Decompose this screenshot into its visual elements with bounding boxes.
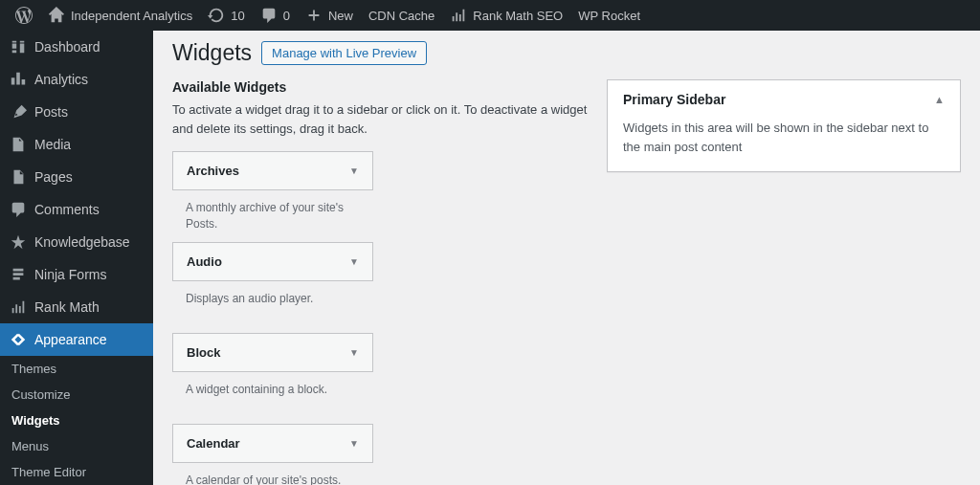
admin-sidebar: Dashboard Analytics Posts Media Pages Co… — [0, 31, 153, 485]
appearance-icon — [10, 331, 27, 348]
chart-icon — [450, 7, 467, 24]
widget-box[interactable]: Archives▼ — [172, 151, 373, 190]
widget-box[interactable]: Audio▼ — [172, 242, 373, 281]
adminbar-wprocket[interactable]: WP Rocket — [570, 0, 648, 31]
sidebar-item-pages[interactable]: Pages — [0, 161, 153, 193]
subitem-widgets[interactable]: Widgets — [0, 408, 153, 433]
sidebar-item-media[interactable]: Media — [0, 128, 153, 161]
widget-box[interactable]: Calendar▼ — [172, 424, 373, 463]
pin-icon — [10, 233, 27, 251]
posts-icon — [10, 103, 27, 121]
forms-icon — [10, 266, 27, 283]
widget-area-desc: Widgets in this area will be shown in th… — [608, 119, 960, 171]
available-desc: To activate a widget drag it to a sideba… — [172, 100, 588, 138]
widget-description: A widget containing a block. — [172, 372, 373, 414]
subitem-customize[interactable]: Customize — [0, 382, 153, 408]
widget-item: Block▼A widget containing a block. — [172, 333, 373, 414]
widget-box[interactable]: Block▼ — [172, 333, 373, 372]
widget-item: Archives▼A monthly archive of your site'… — [172, 151, 373, 232]
sidebar-item-appearance[interactable]: Appearance — [0, 323, 153, 356]
comments-link[interactable]: 0 — [253, 0, 298, 31]
widget-description: A calendar of your site's posts. — [172, 463, 373, 485]
triangle-down-icon: ▼ — [349, 347, 359, 358]
comment-icon — [260, 7, 278, 24]
updates-count: 10 — [231, 9, 244, 23]
sidebar-item-ninjaforms[interactable]: Ninja Forms — [0, 258, 153, 291]
widget-item: Calendar▼A calendar of your site's posts… — [172, 424, 373, 485]
comments-count: 0 — [283, 9, 290, 23]
site-name: Independent Analytics — [71, 9, 192, 23]
adminbar-rankmath[interactable]: Rank Math SEO — [442, 0, 570, 31]
sidebar-item-comments[interactable]: Comments — [0, 193, 153, 226]
widget-description: Displays an audio player. — [172, 281, 373, 323]
media-icon — [10, 136, 27, 153]
subitem-menus[interactable]: Menus — [0, 433, 153, 459]
plus-icon — [305, 7, 323, 24]
main-content: Widgets Manage with Live Preview Availab… — [153, 31, 980, 485]
page-title: Widgets — [172, 40, 252, 66]
widget-name: Archives — [187, 164, 239, 178]
site-link[interactable]: Independent Analytics — [40, 0, 200, 31]
dashboard-icon — [10, 38, 27, 55]
triangle-down-icon: ▼ — [349, 165, 359, 176]
manage-live-preview-button[interactable]: Manage with Live Preview — [261, 41, 427, 65]
sidebar-item-analytics[interactable]: Analytics — [0, 63, 153, 96]
page-header: Widgets Manage with Live Preview — [172, 40, 961, 66]
new-label: New — [328, 9, 353, 23]
analytics-icon — [10, 71, 27, 88]
widget-name: Calendar — [187, 436, 240, 451]
refresh-icon — [208, 7, 225, 24]
updates-link[interactable]: 10 — [200, 0, 252, 31]
widget-name: Audio — [187, 254, 222, 269]
triangle-down-icon: ▼ — [349, 438, 359, 449]
sidebar-item-rankmath[interactable]: Rank Math — [0, 291, 153, 323]
sidebar-item-posts[interactable]: Posts — [0, 96, 153, 128]
widget-description: A monthly archive of your site's Posts. — [172, 190, 373, 232]
adminbar-cdn[interactable]: CDN Cache — [361, 0, 442, 31]
wp-logo[interactable] — [8, 0, 40, 31]
available-title: Available Widgets — [172, 79, 588, 95]
pages-icon — [10, 168, 27, 186]
subitem-theme-editor[interactable]: Theme Editor — [0, 459, 153, 485]
new-link[interactable]: New — [298, 0, 361, 31]
comments-icon — [10, 201, 27, 218]
available-widgets-column: Available Widgets To activate a widget d… — [172, 79, 588, 485]
sidebar-item-dashboard[interactable]: Dashboard — [0, 31, 153, 63]
widget-name: Block — [187, 345, 220, 360]
widget-areas-column: Primary Sidebar ▲ Widgets in this area w… — [607, 79, 961, 485]
home-icon — [48, 7, 65, 24]
widget-area-title: Primary Sidebar — [623, 92, 725, 107]
rankmath-icon — [10, 298, 27, 316]
collapse-icon[interactable]: ▲ — [934, 94, 945, 105]
primary-sidebar-area[interactable]: Primary Sidebar ▲ Widgets in this area w… — [607, 79, 961, 172]
subitem-themes[interactable]: Themes — [0, 356, 153, 382]
sidebar-item-knowledgebase[interactable]: Knowledgebase — [0, 226, 153, 258]
admin-bar: Independent Analytics 10 0 New CDN Cache… — [0, 0, 980, 31]
widget-item: Audio▼Displays an audio player. — [172, 242, 373, 323]
wordpress-icon — [15, 7, 33, 24]
triangle-down-icon: ▼ — [349, 256, 359, 267]
